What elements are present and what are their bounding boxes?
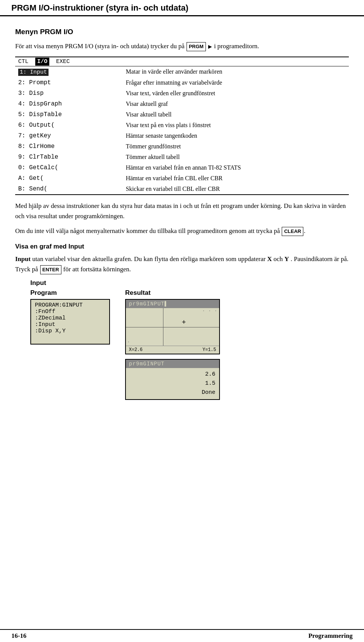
graph-plus: +	[182, 319, 186, 326]
graph-dots-br: ·	[127, 340, 130, 344]
menu-desc-cell: Matar in värde eller använder markören	[123, 66, 349, 77]
och-text: och	[273, 255, 283, 263]
menu-row: 0: GetCalc(Hämtar en variabel från en an…	[15, 162, 349, 173]
y-coord: Y=1.5	[202, 347, 216, 352]
menu-table: CTL I/O EXEC 1: InputMatar in värde elle…	[15, 57, 349, 195]
program-col-label: Program	[30, 289, 110, 297]
result-column: Resultat pr9mGINPUT▌ · · · + · X=2.6 Y=1…	[125, 289, 220, 400]
intro-text-end: i programeditorn.	[214, 42, 259, 50]
clear-key[interactable]: CLEAR	[282, 227, 303, 236]
section-title: Menyn PRGM I/O	[15, 28, 349, 36]
result-value-line: 1.5	[130, 379, 215, 388]
result-top-bar: pr9mGINPUT▌	[126, 300, 219, 308]
menu-code-cell: 5: DispTable	[15, 109, 123, 120]
menu-desc-cell: Visar text på en viss plats i fönstret	[123, 120, 349, 131]
menu-row: A: Get(Hämtar en variabel från CBL eller…	[15, 173, 349, 184]
menu-row: B: Send(Skickar en variabel till CBL ell…	[15, 184, 349, 195]
graph-vline	[163, 308, 163, 346]
body-para-1: Med hjälp av dessa instruktioner kan du …	[15, 201, 349, 221]
menu-desc-cell: Skickar en variabel till CBL eller CBR	[123, 184, 349, 195]
result-value-line: 2.6	[130, 370, 215, 379]
para2-end: .	[304, 227, 305, 234]
menu-header-row: CTL I/O EXEC	[15, 57, 349, 66]
visa-para: Input utan variabel visar den aktuella g…	[15, 254, 349, 274]
menu-code-cell: B: Send(	[15, 184, 123, 195]
menu-row: 1: InputMatar in värde eller använder ma…	[15, 66, 349, 77]
prgm-key[interactable]: PRGM	[187, 42, 206, 51]
page-title: PRGM I/O-instruktioner (styra in- och ut…	[11, 3, 353, 13]
ctl-header: CTL I/O EXEC	[15, 57, 123, 66]
menu-code-cell: 0: GetCalc(	[15, 162, 123, 173]
input-bold: Input	[15, 255, 31, 263]
body-para-2: Om du inte vill välja något menyalternat…	[15, 226, 349, 236]
visa-section-title: Visa en graf med Input	[15, 243, 349, 250]
visa-para-last: för att fortsätta körningen.	[63, 266, 131, 273]
program-line: :ZDecimal	[35, 315, 105, 321]
intro-text-start: För att visa menyn PRGM I/O (styra in- o…	[15, 42, 185, 50]
result-values: 2.61.5Done	[126, 368, 219, 399]
x-bold: X	[267, 255, 272, 263]
visa-para-start: utan variabel visar den aktuella grafen.…	[32, 255, 266, 263]
menu-code-cell: 1: Input	[15, 66, 123, 77]
graph-dots-tl: · · ·	[202, 309, 218, 313]
menu-code-cell: 8: ClrHome	[15, 141, 123, 152]
y-bold: Y	[284, 255, 289, 263]
footer-page-number: 16-16	[11, 632, 27, 640]
footer-title: Programmering	[308, 632, 353, 640]
x-coord: X=2.6	[129, 347, 143, 352]
menu-code-cell: 4: DispGraph	[15, 99, 123, 109]
program-line: PROGRAM:GINPUT	[35, 302, 105, 308]
program-line: :Disp X,Y	[35, 328, 105, 334]
menu-code-cell: 9: ClrTable	[15, 152, 123, 162]
calc-bottom-bar: X=2.6 Y=1.5	[126, 346, 219, 354]
menu-row: 9: ClrTableTömmer aktuell tabell	[15, 152, 349, 162]
menu-code-cell: 2: Prompt	[15, 77, 123, 88]
menu-row: 2: PromptFrågar efter inmatning av varia…	[15, 77, 349, 88]
input-label: Input	[30, 279, 349, 287]
menu-desc-cell: Visar text, värden eller grundfönstret	[123, 88, 349, 99]
menu-row: 8: ClrHomeTömmer grundfönstret	[15, 141, 349, 152]
io-header: I/O	[35, 58, 49, 66]
prog-result-row: Program PROGRAM:GINPUT:FnOff:ZDecimal:In…	[30, 289, 349, 400]
page-footer: 16-16 Programmering	[0, 629, 364, 642]
program-screen: PROGRAM:GINPUT:FnOff:ZDecimal:Input:Disp…	[30, 299, 110, 345]
main-content: Menyn PRGM I/O För att visa menyn PRGM I…	[0, 16, 364, 408]
program-line: :FnOff	[35, 308, 105, 315]
result-bottom-top-bar: pr9mGINPUT	[126, 360, 219, 368]
result-bottom-screen: pr9mGINPUT 2.61.5Done	[125, 359, 220, 400]
menu-code-cell: 6: Output(	[15, 120, 123, 131]
menu-code-highlighted: 1: Input	[18, 69, 49, 76]
menu-desc-cell: Hämtar en variabel från en annan TI-82 S…	[123, 162, 349, 173]
result-value-line: Done	[130, 388, 215, 397]
enter-key[interactable]: ENTER	[40, 265, 61, 274]
menu-desc-cell: Visar aktuell tabell	[123, 109, 349, 120]
page-header: PRGM I/O-instruktioner (styra in- och ut…	[0, 0, 364, 16]
result-col-label: Resultat	[125, 289, 220, 297]
menu-desc-cell: Tömmer grundfönstret	[123, 141, 349, 152]
menu-desc-cell: Frågar efter inmatning av variabelvärde	[123, 77, 349, 88]
menu-desc-cell: Hämtar en variabel från CBL eller CBR	[123, 173, 349, 184]
menu-code-cell: 3: Disp	[15, 88, 123, 99]
result-screen-bottom: pr9mGINPUT 2.61.5Done	[125, 359, 220, 400]
menu-row: 3: DispVisar text, värden eller grundfön…	[15, 88, 349, 99]
header-spacer	[123, 57, 349, 66]
para2-text: Om du inte vill välja något menyalternat…	[15, 227, 280, 234]
program-line: :Input	[35, 321, 105, 328]
menu-desc-cell: Hämtar senaste tangentkoden	[123, 131, 349, 141]
calc-graph-area: · · · + ·	[126, 308, 219, 346]
menu-row: 6: Output(Visar text på en viss plats i …	[15, 120, 349, 131]
menu-row: 5: DispTableVisar aktuell tabell	[15, 109, 349, 120]
arrow-key: ▶	[208, 43, 212, 50]
menu-code-cell: 7: getKey	[15, 131, 123, 141]
menu-row: 7: getKeyHämtar senaste tangentkoden	[15, 131, 349, 141]
graph-hline	[126, 327, 219, 327]
intro-paragraph: För att visa menyn PRGM I/O (styra in- o…	[15, 41, 349, 51]
menu-row: 4: DispGraphVisar aktuell graf	[15, 99, 349, 109]
menu-desc-cell: Tömmer aktuell tabell	[123, 152, 349, 162]
menu-code-cell: A: Get(	[15, 173, 123, 184]
result-screen-top: pr9mGINPUT▌ · · · + · X=2.6 Y=1.5	[125, 299, 220, 354]
program-column: Program PROGRAM:GINPUT:FnOff:ZDecimal:In…	[30, 289, 110, 400]
menu-desc-cell: Visar aktuell graf	[123, 99, 349, 109]
